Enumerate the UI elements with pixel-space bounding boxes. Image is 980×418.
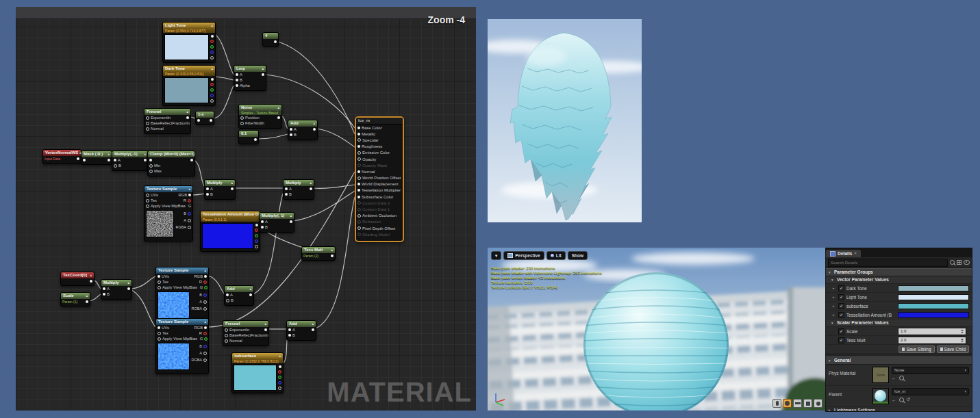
pin-f[interactable] [83, 159, 86, 161]
checkbox[interactable]: ✓ [838, 328, 844, 335]
pin-f[interactable] [144, 159, 147, 161]
collapse-icon[interactable]: ▴ [86, 293, 88, 299]
pin-o[interactable] [357, 214, 361, 218]
value-input[interactable]: 1.0 [898, 328, 966, 335]
pin-pb[interactable] [188, 212, 191, 215]
pin-o[interactable] [255, 245, 258, 248]
color-swatch[interactable] [164, 77, 209, 103]
node-vertexnormalws[interactable]: VertexNormalWS▴Input Data [42, 149, 81, 164]
node-add-mid[interactable]: Add▴AB [224, 285, 254, 306]
node-add-bottom[interactable]: Add▴AB [286, 320, 316, 341]
pin-f[interactable] [226, 293, 229, 296]
pin-f[interactable] [231, 187, 234, 190]
phys-material-dropdown[interactable]: None ▾ [892, 367, 969, 374]
pin-o[interactable] [158, 280, 161, 284]
collapse-icon[interactable]: ▴ [277, 105, 279, 111]
pin-pb[interactable] [278, 381, 281, 384]
node-dark-tone[interactable]: Dark Tone▴Param (0.419,0.56,0.611) [162, 65, 216, 106]
pin-pg[interactable] [278, 376, 281, 379]
node-fresnel-top[interactable]: Fresnel▴ExponentInBaseReflectFractionInN… [144, 108, 191, 134]
pin-o[interactable] [240, 122, 244, 125]
viewport-options-button[interactable]: ▾ [491, 251, 501, 260]
pin-f[interactable] [357, 183, 360, 185]
search-details-input[interactable] [828, 259, 948, 267]
pin-f[interactable] [313, 128, 316, 131]
color-value-bar[interactable] [898, 312, 969, 318]
node-texcoord[interactable]: TexCoord[0]▴ [60, 272, 95, 286]
pin-d[interactable] [357, 208, 361, 211]
collapse-icon[interactable]: ▴ [127, 280, 129, 286]
node-scale[interactable]: Scale▴Param (1) [60, 292, 90, 306]
pin-o[interactable] [240, 116, 244, 120]
pin-f[interactable] [277, 116, 280, 119]
material-node-graph[interactable]: Zoom -4 Light Tone▴Param (0.594,0.719,0.… [16, 7, 476, 410]
browse-icon[interactable] [899, 376, 904, 380]
collapse-icon[interactable]: ▴ [310, 180, 312, 186]
node-clamp[interactable]: Clamp (Min=0) (Max=1)▴MinMax [147, 151, 195, 177]
pin-d[interactable] [357, 233, 361, 236]
pin-pr[interactable] [210, 40, 214, 43]
pin-f[interactable] [331, 254, 334, 257]
show-button[interactable]: Show [568, 251, 588, 260]
perspective-button[interactable]: Perspective [503, 251, 544, 260]
pin-o[interactable] [146, 199, 149, 203]
spinner-icon[interactable] [961, 339, 964, 342]
pin-f[interactable] [285, 187, 288, 190]
pin-f[interactable] [149, 159, 152, 161]
pin-pr[interactable] [203, 332, 207, 335]
pin-pr[interactable] [278, 370, 281, 374]
pin-f[interactable] [279, 365, 281, 368]
collapse-icon[interactable]: ▴ [90, 272, 92, 278]
pin-o[interactable] [188, 226, 191, 229]
pin-f[interactable] [211, 78, 214, 81]
checkbox[interactable]: ✓ [838, 294, 844, 300]
tab-details[interactable]: Details × [826, 250, 861, 257]
pin-f[interactable] [86, 300, 88, 303]
node-lerp[interactable]: Lerp▴ABAlpha [234, 65, 266, 91]
collapse-icon[interactable]: ▴ [249, 286, 251, 292]
color-swatch[interactable] [202, 223, 253, 249]
pin-o[interactable] [158, 286, 161, 289]
pin-f[interactable] [357, 145, 360, 148]
pin-f[interactable] [264, 328, 267, 331]
pin-pb[interactable] [203, 293, 207, 297]
node-texture-sample-blue-2[interactable]: Texture Sample▴UVsRGBTexRApply View MipB… [155, 318, 209, 374]
pin-o[interactable] [357, 151, 361, 155]
view-options-eye-icon[interactable] [964, 260, 970, 265]
node-tess-amount[interactable]: Tessellation Amount (Blue Only)▴Param (0… [200, 211, 260, 252]
pin-o[interactable] [158, 332, 161, 335]
reset-icon[interactable]: ↺ [907, 397, 910, 402]
section-general[interactable]: ▾ General [826, 356, 972, 365]
spinner-icon[interactable] [961, 330, 964, 333]
pin-o[interactable] [203, 358, 207, 362]
pin-f[interactable] [261, 220, 264, 223]
pin-o[interactable] [203, 352, 207, 355]
collapse-icon[interactable]: ▴ [144, 151, 146, 157]
node-texture-sample-noise[interactable]: Texture Sample▴UVsRGBTexRApply View MipB… [144, 185, 193, 241]
pin-o[interactable] [188, 219, 191, 222]
pin-f[interactable] [357, 170, 360, 173]
pin-f[interactable] [188, 194, 191, 196]
collapse-icon[interactable]: ▴ [204, 319, 206, 325]
pin-f[interactable] [236, 79, 238, 81]
checkbox[interactable]: ✓ [838, 285, 844, 291]
pin-o[interactable] [146, 127, 149, 131]
pin-pb[interactable] [203, 345, 207, 348]
collapse-icon[interactable]: ▴ [186, 109, 188, 115]
tab-close-icon[interactable]: × [854, 250, 857, 257]
pin-f[interactable] [206, 187, 209, 190]
pin-pb[interactable] [210, 51, 214, 54]
pin-f[interactable] [236, 73, 238, 76]
pin-o[interactable] [226, 299, 229, 302]
pin-o[interactable] [146, 194, 149, 197]
node-texture-sample-blue-1[interactable]: Texture Sample▴UVsRGBTexRApply View MipB… [155, 267, 209, 323]
pin-pb[interactable] [255, 239, 258, 243]
node-add-noise[interactable]: Add▴AB [288, 120, 318, 140]
save-sibling-button[interactable]: Save Sibling [899, 345, 934, 353]
node-multiply-neg1[interactable]: Multiply(,-1)▴AB [112, 151, 149, 171]
collapse-icon[interactable]: ▴ [313, 120, 315, 127]
pin-o[interactable] [225, 334, 228, 337]
color-value-bar[interactable] [898, 285, 969, 291]
use-selected-icon[interactable]: ← [892, 397, 896, 402]
pin-o[interactable] [225, 328, 228, 332]
